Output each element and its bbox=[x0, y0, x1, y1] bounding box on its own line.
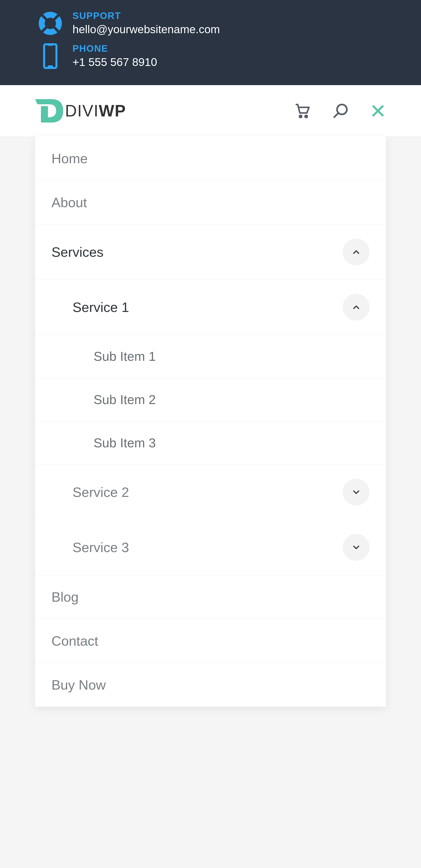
header-inner: DIVIWP bbox=[0, 85, 421, 136]
menu-label-service-2: Service 2 bbox=[72, 484, 343, 500]
menu-link-contact[interactable]: Contact bbox=[35, 619, 386, 663]
menu-item-services: Services Service 1 bbox=[35, 224, 386, 575]
menu-label-sub-3: Sub Item 3 bbox=[94, 435, 369, 451]
menu-item-sub-3: Sub Item 3 bbox=[35, 421, 386, 464]
header: DIVIWP bbox=[0, 85, 421, 137]
expand-toggle-services[interactable] bbox=[343, 239, 369, 266]
topbar-row-phone: PHONE +1 555 567 8910 bbox=[0, 40, 421, 73]
submenu-service-1: Sub Item 1 Sub Item 2 Sub Item 3 bbox=[35, 335, 386, 464]
svg-point-9 bbox=[305, 115, 307, 118]
svg-rect-7 bbox=[48, 65, 53, 68]
menu-item-service-3: Service 3 bbox=[35, 520, 386, 575]
expand-toggle-service-2[interactable] bbox=[343, 479, 369, 505]
topbar-row-support: SUPPORT hello@yourwebsitename.com bbox=[0, 7, 421, 40]
menu-item-sub-1: Sub Item 1 bbox=[35, 335, 386, 378]
expand-toggle-service-1[interactable] bbox=[343, 294, 369, 320]
menu-link-service-3[interactable]: Service 3 bbox=[35, 520, 386, 575]
menu-label-sub-2: Sub Item 2 bbox=[94, 392, 369, 407]
menu-label-service-1: Service 1 bbox=[72, 299, 343, 315]
life-ring-icon bbox=[37, 10, 63, 36]
menu-link-about[interactable]: About bbox=[35, 181, 386, 224]
menu-link-sub-2[interactable]: Sub Item 2 bbox=[35, 378, 386, 421]
menu-item-blog: Blog bbox=[35, 575, 386, 619]
chevron-up-icon bbox=[351, 247, 361, 257]
menu-link-service-1[interactable]: Service 1 bbox=[35, 280, 386, 335]
menu-label-sub-1: Sub Item 1 bbox=[94, 349, 369, 364]
menu-label-services: Services bbox=[52, 244, 343, 260]
menu-item-buy-now: Buy Now bbox=[35, 663, 386, 707]
logo[interactable]: DIVIWP bbox=[35, 99, 126, 123]
support-label: SUPPORT bbox=[72, 10, 386, 21]
svg-point-10 bbox=[337, 104, 347, 114]
menu-label-home: Home bbox=[52, 151, 369, 166]
menu-link-services[interactable]: Services bbox=[35, 224, 386, 279]
logo-mark-icon bbox=[35, 99, 63, 123]
chevron-down-icon bbox=[351, 542, 361, 552]
menu-label-blog: Blog bbox=[52, 589, 369, 605]
menu-link-sub-3[interactable]: Sub Item 3 bbox=[35, 422, 386, 464]
menu-item-home: Home bbox=[35, 136, 386, 180]
topbar-phone-text: PHONE +1 555 567 8910 bbox=[65, 43, 386, 68]
expand-toggle-service-3[interactable] bbox=[343, 534, 369, 561]
menu-item-sub-2: Sub Item 2 bbox=[35, 378, 386, 421]
phone-label: PHONE bbox=[72, 43, 386, 54]
topbar: SUPPORT hello@yourwebsitename.com PHONE … bbox=[0, 0, 421, 85]
phone-icon-wrap bbox=[35, 43, 65, 70]
menu-label-contact: Contact bbox=[52, 633, 369, 649]
menu-link-buy-now[interactable]: Buy Now bbox=[35, 663, 386, 707]
svg-line-11 bbox=[334, 114, 338, 117]
svg-point-4 bbox=[39, 12, 62, 35]
chevron-up-icon bbox=[351, 302, 361, 312]
svg-point-8 bbox=[299, 115, 302, 118]
chevron-down-icon bbox=[351, 487, 361, 497]
submenu-services: Service 1 Sub Item 1 bbox=[35, 279, 386, 575]
menu-label-service-3: Service 3 bbox=[72, 539, 343, 555]
menu-link-service-2[interactable]: Service 2 bbox=[35, 465, 386, 520]
menu-link-sub-1[interactable]: Sub Item 1 bbox=[35, 335, 386, 378]
menu-item-contact: Contact bbox=[35, 619, 386, 663]
life-ring-icon-wrap bbox=[35, 10, 65, 36]
phone-icon bbox=[42, 43, 58, 70]
menu-label-buy-now: Buy Now bbox=[52, 677, 369, 693]
phone-number[interactable]: +1 555 567 8910 bbox=[72, 56, 386, 68]
logo-text-divi: DIVI bbox=[65, 101, 99, 120]
support-email[interactable]: hello@yourwebsitename.com bbox=[72, 23, 386, 36]
menu-item-service-1: Service 1 Sub Item 1 bbox=[35, 279, 386, 464]
menu-label-about: About bbox=[52, 194, 369, 210]
close-icon[interactable] bbox=[370, 103, 386, 119]
cart-icon[interactable] bbox=[294, 102, 311, 119]
menu-link-home[interactable]: Home bbox=[35, 136, 386, 180]
header-actions bbox=[294, 102, 386, 119]
menu-item-about: About bbox=[35, 180, 386, 224]
svg-rect-5 bbox=[44, 44, 57, 68]
mobile-menu: Home About Services S bbox=[35, 136, 386, 707]
logo-text-wp: WP bbox=[99, 101, 126, 120]
search-icon[interactable] bbox=[332, 102, 349, 119]
svg-rect-6 bbox=[48, 43, 52, 46]
menu-item-service-2: Service 2 bbox=[35, 464, 386, 520]
menu-link-blog[interactable]: Blog bbox=[35, 575, 386, 619]
menu-list: Home About Services S bbox=[35, 136, 386, 707]
topbar-support-text: SUPPORT hello@yourwebsitename.com bbox=[65, 10, 386, 36]
